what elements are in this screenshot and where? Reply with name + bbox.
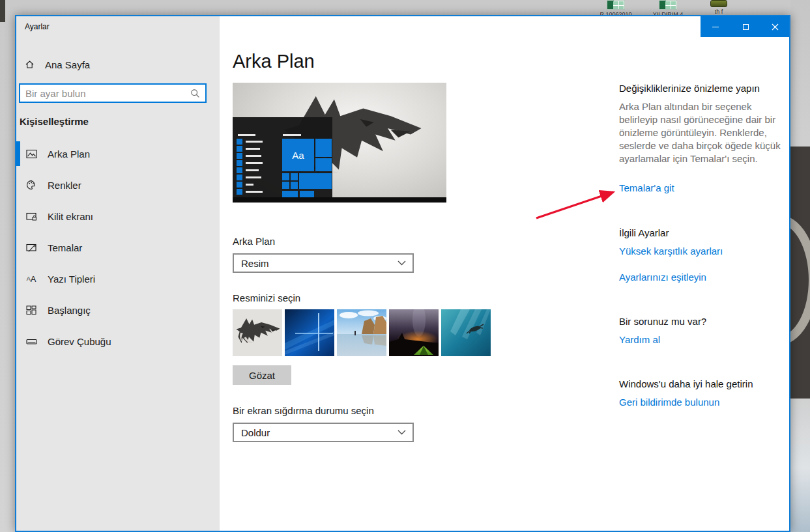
excel-file-icon [607, 0, 625, 10]
sidebar-item-kilit-ekrani[interactable]: Kilit ekranı [16, 202, 220, 231]
question-heading: Bir sorunuz mu var? [619, 316, 706, 327]
image-icon [25, 149, 37, 159]
settings-sidebar: Ayarlar Ana Sayfa Kişiselleştirme [16, 16, 220, 531]
sidebar-item-home[interactable]: Ana Sayfa [22, 54, 214, 75]
search-input[interactable] [20, 88, 190, 99]
underwater-thumbnail[interactable] [441, 309, 491, 356]
fonts-icon: AA [25, 275, 37, 283]
maximize-icon [743, 24, 749, 30]
desktop-item-partial [0, 0, 5, 22]
titlebar-caption-controls [701, 16, 789, 37]
app-icon [710, 0, 727, 7]
fit-mode-dropdown[interactable]: Doldur [233, 423, 414, 442]
preview-description: Arka Plan altından bir seçenek belirleyi… [619, 100, 782, 165]
sidebar-home-label: Ana Sayfa [45, 59, 90, 70]
desktop-icon-app[interactable]: th f [696, 0, 742, 15]
desktop-wallpaper-edge [790, 0, 810, 532]
sidebar-item-label: Kilit ekranı [48, 211, 93, 222]
go-to-themes-link[interactable]: Temalar'a git [619, 182, 674, 193]
sync-settings-link[interactable]: Ayarlarınızı eşitleyin [619, 272, 706, 283]
start-tiles-icon [25, 305, 37, 315]
chevron-down-icon [398, 260, 406, 266]
dropdown-selected-value: Resim [241, 258, 269, 269]
sidebar-item-baslangic[interactable]: Başlangıç [16, 296, 220, 324]
home-icon [24, 59, 35, 70]
page-title: Arka Plan [233, 51, 315, 72]
window-title: Ayarlar [25, 22, 50, 31]
settings-window: Ayarlar Ana Sayfa Kişiselleştirme [15, 15, 790, 532]
related-settings-heading: İlgili Ayarlar [619, 227, 669, 238]
themes-icon [25, 243, 37, 253]
fit-dropdown-label: Bir ekran sığdırma durumu seçin [233, 405, 374, 416]
browse-button[interactable]: Gözat [233, 365, 291, 385]
choose-picture-label: Resminizi seçin [233, 292, 300, 303]
sidebar-section-header: Kişiselleştirme [20, 116, 89, 127]
feedback-link[interactable]: Geri bildirimde bulunun [619, 397, 719, 408]
sidebar-item-yazi-tipleri[interactable]: AA Yazı Tipleri [16, 264, 220, 293]
sidebar-item-label: Başlangıç [48, 305, 91, 316]
background-type-dropdown[interactable]: Resim [233, 253, 414, 273]
get-help-link[interactable]: Yardım al [619, 334, 660, 345]
picture-thumbnails [233, 309, 491, 356]
windows-hero-thumbnail[interactable] [285, 309, 334, 356]
night-sky-thumbnail[interactable] [389, 309, 439, 356]
sidebar-item-label: Renkler [48, 180, 81, 191]
taskbar-preview [233, 197, 446, 203]
start-menu-preview: Aa [233, 117, 332, 197]
background-dropdown-label: Arka Plan [233, 236, 275, 247]
minimize-button[interactable] [701, 16, 730, 37]
desktop-background: R.10062010 YILDIRIM 4 th f Ayarlar [0, 0, 810, 532]
taskbar-icon [25, 337, 37, 346]
sidebar-item-gorev-cubugu[interactable]: Görev Çubuğu [16, 327, 220, 356]
lock-screen-icon [25, 212, 37, 221]
sidebar-item-label: Görev Çubuğu [48, 336, 111, 347]
high-contrast-link[interactable]: Yüksek karşıtlık ayarları [619, 245, 723, 257]
sidebar-item-label: Temalar [48, 242, 82, 253]
search-icon[interactable] [190, 89, 200, 98]
desktop-icon-label: th f [696, 8, 742, 15]
maximize-button[interactable] [730, 16, 760, 37]
excel-file-icon [659, 0, 677, 10]
sidebar-item-arka-plan[interactable]: Arka Plan [16, 139, 220, 168]
minimize-icon [712, 27, 719, 27]
preview-tile-label: Aa [282, 139, 314, 171]
improve-windows-heading: Windows'u daha iyi hale getirin [619, 378, 753, 389]
settings-search-box [19, 83, 207, 103]
annotation-arrow [528, 184, 626, 225]
sidebar-item-label: Yazı Tipleri [48, 273, 95, 285]
sidebar-item-label: Arka Plan [48, 148, 90, 160]
dropdown-selected-value: Doldur [241, 427, 270, 438]
wolf-thumbnail[interactable] [233, 309, 282, 356]
close-button[interactable] [760, 16, 789, 37]
selected-indicator [16, 141, 20, 166]
background-preview: Aa [233, 83, 446, 203]
sidebar-item-renkler[interactable]: Renkler [16, 171, 220, 199]
close-icon [772, 23, 779, 31]
chevron-down-icon [398, 430, 406, 435]
beach-thumbnail[interactable] [337, 309, 386, 356]
palette-icon [25, 180, 37, 190]
preview-heading: Değişikliklerinize önizleme yapın [619, 83, 760, 94]
sidebar-item-temalar[interactable]: Temalar [16, 233, 220, 262]
